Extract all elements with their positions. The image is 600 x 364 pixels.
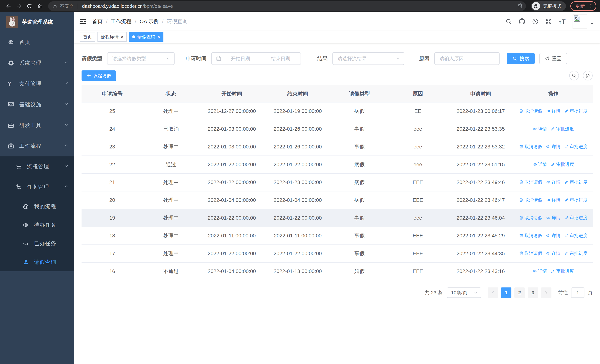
pagination: 共 23 条 10条/页 123 前往 页 [82, 288, 593, 298]
breadcrumb-item[interactable]: OA 示例 [140, 18, 159, 25]
sidebar-item[interactable]: 研发工具 [0, 115, 74, 136]
action-detail[interactable]: 详情 [546, 197, 561, 203]
toggle-search-button[interactable] [569, 71, 579, 80]
table-cell: eee [388, 209, 448, 227]
sidebar-item[interactable]: 请假查询 [0, 253, 74, 271]
sidebar-item[interactable]: 首页 [0, 32, 74, 53]
action-progress[interactable]: 审批进度 [551, 161, 574, 167]
action-detail[interactable]: 详情 [533, 161, 547, 167]
action-cancel[interactable]: 取消请假 [519, 108, 542, 114]
page-size-select[interactable]: 10条/页 [447, 288, 481, 298]
create-leave-button[interactable]: 发起请假 [82, 70, 116, 81]
action-cancel[interactable]: 取消请假 [519, 179, 542, 185]
goto-page-input[interactable] [571, 288, 584, 298]
breadcrumb-item[interactable]: 工作流程 [111, 18, 131, 25]
action-progress[interactable]: 审批进度 [551, 126, 574, 132]
page-number-button[interactable]: 2 [514, 288, 525, 298]
refresh-table-button[interactable] [583, 71, 593, 80]
action-detail[interactable]: 详情 [546, 179, 561, 185]
action-detail[interactable]: 详情 [546, 250, 561, 256]
action-cancel[interactable]: 取消请假 [519, 250, 542, 256]
reload-icon[interactable] [24, 1, 34, 11]
home-icon[interactable] [35, 1, 45, 11]
leave-type-select[interactable]: 请选择请假类型 [107, 52, 175, 65]
font-size-icon[interactable]: TT [559, 18, 565, 25]
browser-update-button[interactable]: 更新 [570, 1, 596, 11]
sidebar-item-label: 支付管理 [19, 80, 41, 87]
back-icon[interactable] [4, 1, 13, 11]
action-cancel[interactable]: 取消请假 [519, 233, 542, 239]
action-progress[interactable]: 审批进度 [564, 108, 588, 114]
breadcrumb-item[interactable]: 请假查询 [167, 18, 188, 25]
action-detail[interactable]: 详情 [546, 233, 561, 239]
next-page-button[interactable] [541, 288, 552, 298]
column-header: 申请编号 [82, 85, 143, 102]
tab[interactable]: 首页 [80, 32, 95, 42]
action-progress[interactable]: 审批进度 [564, 233, 588, 239]
page-number-button[interactable]: 1 [501, 288, 511, 298]
sidebar-item[interactable]: 我的流程 [0, 197, 74, 216]
action-detail[interactable]: 详情 [533, 268, 547, 274]
help-icon[interactable] [532, 18, 538, 25]
browser-menu-icon[interactable] [588, 3, 593, 9]
table-cell: 2022-01-23 00:00:00 [264, 173, 331, 191]
action-cancel[interactable]: 取消请假 [519, 144, 542, 149]
sidebar-item[interactable]: 待办任务 [0, 216, 74, 234]
action-progress[interactable]: 审批进度 [551, 268, 574, 274]
action-progress[interactable]: 审批进度 [564, 179, 588, 185]
sidebar-fold-icon[interactable] [79, 18, 86, 25]
apply-time-range-picker[interactable]: 开始日期 - 结束日期 [211, 52, 301, 65]
bookmark-star-icon[interactable] [517, 3, 523, 10]
result-select[interactable]: 请选择流结果 [332, 52, 404, 65]
action-detail[interactable]: 详情 [546, 108, 561, 114]
table-cell: 2022-01-13 00:00:00 [264, 262, 331, 280]
app-logo-row[interactable]: 芋道管理系统 [0, 12, 74, 32]
view-icon [546, 109, 551, 113]
action-detail[interactable]: 详情 [546, 215, 561, 221]
sidebar-item[interactable]: 基础设施 [0, 94, 74, 115]
action-detail[interactable]: 详情 [546, 144, 561, 149]
reason-input[interactable] [435, 53, 499, 65]
table-cell: 2022-01-22 23:49:46 [448, 173, 514, 191]
total-count: 共 23 条 [425, 289, 442, 296]
page-number-button[interactable]: 3 [528, 288, 538, 298]
fullscreen-icon[interactable] [545, 18, 552, 25]
sidebar-menu: 首页 系统管理 ¥ 支付管理 基础设施 研发工具 工作流程 流程管理 任务管理 [0, 32, 74, 271]
action-cancel[interactable]: 取消请假 [519, 215, 542, 221]
search-icon[interactable] [506, 18, 512, 25]
sidebar-item[interactable]: 任务管理 [0, 177, 74, 197]
tab[interactable]: 流程详情 × [97, 32, 127, 42]
search-button[interactable]: 搜索 [507, 53, 535, 64]
incognito-badge: 无痕模式 [531, 1, 566, 11]
reset-button[interactable]: 重置 [539, 53, 567, 64]
sidebar-item[interactable]: 已办任务 [0, 234, 74, 253]
sidebar-item-label: 请假查询 [34, 259, 56, 266]
app-logo [6, 16, 18, 28]
url-bar[interactable]: 不安全 dashboard.yudao.iocoder.cn/bpm/oa/le… [48, 1, 526, 11]
sidebar-item[interactable]: ¥ 支付管理 [0, 73, 74, 94]
forward-icon[interactable] [14, 1, 24, 11]
action-progress[interactable]: 审批进度 [564, 215, 588, 221]
plus-icon [86, 73, 91, 78]
sidebar-item[interactable]: 流程管理 [0, 156, 74, 177]
action-cancel[interactable]: 取消请假 [519, 197, 542, 203]
prev-page-button[interactable] [488, 288, 498, 298]
action-progress[interactable]: 审批进度 [564, 144, 588, 149]
github-icon[interactable] [519, 18, 525, 25]
actions-cell: 取消请假详情审批进度 [514, 209, 593, 227]
close-icon[interactable]: × [121, 35, 123, 39]
avatar[interactable] [572, 14, 587, 29]
action-detail[interactable]: 详情 [533, 126, 547, 132]
active-tab-dot [132, 35, 135, 38]
sidebar-item[interactable]: 工作流程 [0, 136, 74, 156]
chevron-down-icon [396, 56, 400, 61]
table-cell: 25 [82, 102, 143, 120]
caret-down-icon[interactable] [590, 22, 594, 26]
breadcrumb-item[interactable]: 首页 [92, 18, 103, 25]
action-progress[interactable]: 审批进度 [564, 250, 588, 256]
sidebar-item[interactable]: 系统管理 [0, 53, 74, 73]
action-progress[interactable]: 审批进度 [564, 197, 588, 203]
site-security-chip[interactable]: 不安全 [53, 3, 74, 9]
close-icon[interactable]: × [158, 35, 160, 39]
tab[interactable]: 请假查询 × [129, 32, 163, 42]
